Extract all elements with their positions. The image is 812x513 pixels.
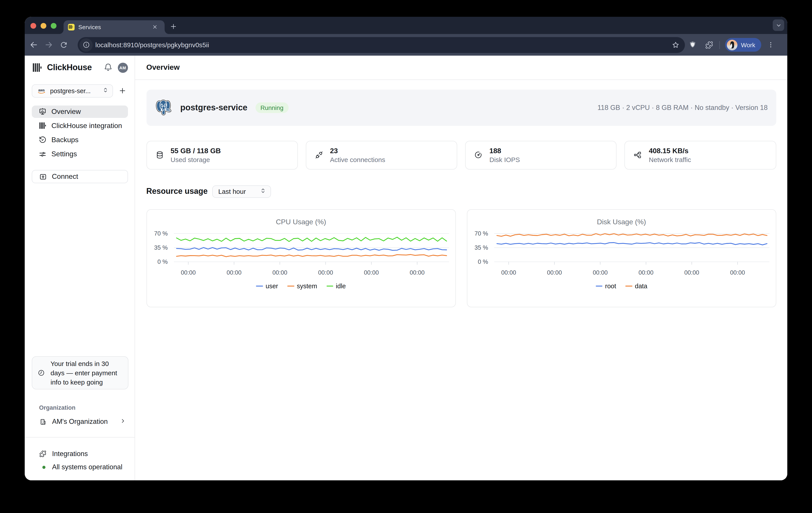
svg-text:00:00: 00:00 <box>226 269 241 276</box>
new-tab-button[interactable] <box>167 20 180 33</box>
close-window-button[interactable] <box>30 23 36 29</box>
sidebar-item-backups[interactable]: Backups <box>32 134 128 146</box>
main-panel: Overview postgres-service Running <box>135 56 787 480</box>
svg-text:00:00: 00:00 <box>180 269 196 276</box>
svg-text:00:00: 00:00 <box>684 269 699 276</box>
tab-close-icon[interactable] <box>152 24 159 31</box>
clickhouse-favicon-icon <box>68 24 75 30</box>
toolbar-separator <box>719 41 720 49</box>
extensions-puzzle-icon[interactable] <box>702 37 717 52</box>
sidebar-item-label: ClickHouse integration <box>51 122 122 130</box>
status-badge: Running <box>255 103 288 113</box>
integrations-item[interactable]: Integrations <box>32 448 128 460</box>
back-button[interactable] <box>26 37 41 52</box>
profile-name: Work <box>741 41 755 48</box>
svg-text:35 %: 35 % <box>154 244 168 251</box>
gauge-icon <box>474 151 482 159</box>
legend-item[interactable]: root <box>596 282 616 289</box>
clickhouse-logo-icon <box>32 63 41 72</box>
clickhouse-bars-icon <box>39 122 46 130</box>
notifications-bell-icon[interactable] <box>104 63 113 73</box>
svg-text:70 %: 70 % <box>474 230 488 237</box>
toolbar-right: Work <box>685 37 777 52</box>
forward-button[interactable] <box>41 37 56 52</box>
resource-usage-row: Resource usage Last hour <box>146 185 776 198</box>
profile-chip[interactable]: Work <box>725 38 761 52</box>
legend-item[interactable]: user <box>256 282 278 289</box>
shield-extension-icon[interactable] <box>685 37 700 52</box>
svg-text:00:00: 00:00 <box>730 269 745 276</box>
trial-notice: Your trial ends in 30 days — enter payme… <box>32 356 128 389</box>
sidebar-item-label: Settings <box>51 150 77 158</box>
service-selector-value: postgres-ser... <box>50 87 102 94</box>
bookmark-star-icon[interactable] <box>669 38 682 51</box>
tab-search-button[interactable] <box>773 20 784 31</box>
zoom-window-button[interactable] <box>51 23 56 29</box>
service-selector[interactable]: aws postgres-ser... <box>32 84 113 97</box>
reload-button[interactable] <box>56 37 71 52</box>
sidebar-item-overview[interactable]: Overview <box>32 105 128 118</box>
site-info-icon[interactable] <box>80 38 93 51</box>
stat-label: Used storage <box>171 155 221 163</box>
stat-value: 23 <box>330 147 385 155</box>
connect-button[interactable]: Connect <box>32 170 128 183</box>
add-service-button[interactable] <box>117 86 128 96</box>
status-text: All systems operational <box>52 463 122 471</box>
svg-text:00:00: 00:00 <box>409 269 425 276</box>
stat-label: Disk IOPS <box>489 155 520 163</box>
charts-row: CPU Usage (%)0 %35 %70 %00:0000:0000:000… <box>146 209 776 307</box>
sidebar-item-clickhouse-integration[interactable]: ClickHouse integration <box>32 119 128 132</box>
svg-text:00:00: 00:00 <box>364 269 379 276</box>
stat-card-disk-iops: 188Disk IOPS <box>465 141 617 169</box>
chevron-updown-icon <box>102 87 108 95</box>
svg-text:00:00: 00:00 <box>639 269 654 276</box>
browser-tab[interactable]: Services <box>63 20 164 34</box>
page-header: Overview <box>135 56 787 80</box>
sliders-icon <box>39 150 46 158</box>
aws-logo-icon: aws <box>36 88 46 94</box>
stat-value: 55 GB / 118 GB <box>171 147 221 155</box>
time-range-select[interactable]: Last hour <box>212 185 271 198</box>
service-banner: postgres-service Running 118 GB · 2 vCPU… <box>146 90 776 125</box>
url-text: localhost:8910/postgres/pgkybgnv0s5ii <box>95 41 669 49</box>
tab-title: Services <box>78 24 152 30</box>
service-specs: 118 GB · 2 vCPU · 8 GB RAM · No standby … <box>598 104 767 112</box>
disk-usage-chart: Disk Usage (%)0 %35 %70 %00:0000:0000:00… <box>467 209 776 307</box>
building-icon <box>39 418 47 425</box>
stat-card-used-storage: 55 GB / 118 GBUsed storage <box>146 141 298 169</box>
connect-icon <box>39 173 47 180</box>
network-icon <box>634 151 642 159</box>
svg-text:00:00: 00:00 <box>501 269 516 276</box>
minimize-window-button[interactable] <box>40 23 46 29</box>
system-status-item[interactable]: All systems operational <box>32 461 128 473</box>
status-dot <box>39 463 47 471</box>
postgresql-logo-icon <box>154 99 172 117</box>
browser-window: Services localhost:8910/postgres/pgkybgn… <box>25 17 787 480</box>
chart-plot: 0 %35 %70 %00:0000:0000:0000:0000:0000:0… <box>147 209 456 308</box>
svg-text:00:00: 00:00 <box>547 269 562 276</box>
database-icon <box>155 151 164 159</box>
app: ClickHouse AM aws postgres-ser... Overvi… <box>25 56 787 480</box>
brand-name: ClickHouse <box>47 63 104 73</box>
cpu-usage-chart: CPU Usage (%)0 %35 %70 %00:0000:0000:000… <box>146 209 456 307</box>
chevron-right-icon <box>120 418 125 426</box>
legend-item[interactable]: data <box>625 282 647 289</box>
resource-usage-title: Resource usage <box>146 187 208 196</box>
stat-value: 408.15 KB/s <box>649 147 691 155</box>
time-range-value: Last hour <box>218 188 260 195</box>
screen: Services localhost:8910/postgres/pgkybgn… <box>0 0 812 513</box>
stat-cards: 55 GB / 118 GBUsed storage23Active conne… <box>146 141 776 169</box>
connect-label: Connect <box>52 173 78 180</box>
legend-item[interactable]: system <box>287 282 317 289</box>
profile-avatar <box>727 39 737 50</box>
page-content: postgres-service Running 118 GB · 2 vCPU… <box>135 80 787 307</box>
sidebar-item-settings[interactable]: Settings <box>32 148 128 160</box>
url-bar[interactable]: localhost:8910/postgres/pgkybgnv0s5ii <box>78 37 685 53</box>
svg-text:0 %: 0 % <box>157 258 168 265</box>
legend-item[interactable]: idle <box>326 282 346 289</box>
browser-menu-icon[interactable] <box>764 37 777 52</box>
user-avatar[interactable]: AM <box>118 62 128 73</box>
organization-item[interactable]: AM's Organization <box>32 415 128 428</box>
sidebar: ClickHouse AM aws postgres-ser... Overvi… <box>25 56 135 480</box>
presentation-icon <box>39 108 46 115</box>
